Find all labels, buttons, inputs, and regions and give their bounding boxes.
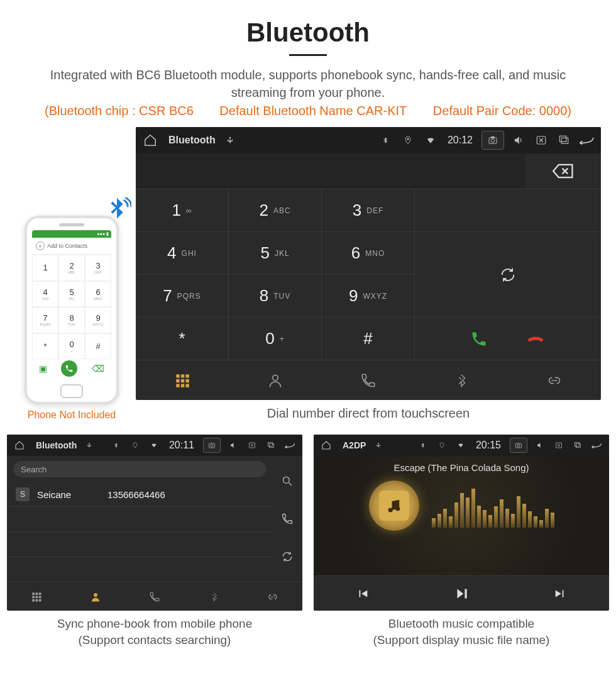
key-3[interactable]: 3DEF xyxy=(322,189,415,231)
svg-rect-13 xyxy=(176,384,179,387)
key-8[interactable]: 8TUV xyxy=(229,274,322,317)
svg-point-22 xyxy=(283,477,289,483)
bluetooth-float-icon xyxy=(102,196,131,225)
phone-key-#: # xyxy=(85,333,111,360)
volume-icon[interactable] xyxy=(227,441,239,449)
screenshot-icon[interactable] xyxy=(481,131,504,150)
tab-keypad[interactable] xyxy=(24,591,49,602)
contact-number: 13566664466 xyxy=(107,489,165,500)
close-app-icon[interactable] xyxy=(553,441,565,449)
hangup-button[interactable] xyxy=(525,330,546,348)
key-6[interactable]: 6MNO xyxy=(322,231,415,274)
wifi-icon xyxy=(454,442,467,448)
phone-key-*: * xyxy=(32,333,58,360)
side-blank xyxy=(415,189,601,231)
number-display xyxy=(136,153,525,189)
bluetooth-status-icon xyxy=(377,135,393,146)
key-1[interactable]: 1∞ xyxy=(136,189,229,231)
dialer-screen: Bluetooth 20:12 xyxy=(136,127,601,400)
svg-rect-28 xyxy=(39,596,41,598)
close-app-icon[interactable] xyxy=(533,135,549,146)
side-search-icon[interactable] xyxy=(281,475,294,487)
music-screen: A2DP 20:15 Escape (The Pina Colada Song) xyxy=(314,435,609,611)
side-sync-icon[interactable] xyxy=(281,550,294,563)
key-9[interactable]: 9WXYZ xyxy=(322,274,415,317)
screenshot-icon[interactable] xyxy=(510,438,527,453)
dialer-statusbar: Bluetooth 20:12 xyxy=(136,127,601,153)
recent-apps-icon[interactable] xyxy=(556,135,572,146)
key-*[interactable]: * xyxy=(136,317,229,360)
usb-icon xyxy=(372,441,385,450)
recent-apps-icon[interactable] xyxy=(265,441,277,449)
key-7[interactable]: 7PQRS xyxy=(136,274,229,317)
contacts-screen: Bluetooth 20:11 Search xyxy=(7,435,302,611)
usb-icon xyxy=(222,135,238,146)
page-title: Bluetooth xyxy=(0,18,616,48)
home-icon[interactable] xyxy=(13,440,26,450)
tab-contacts[interactable] xyxy=(256,372,294,389)
search-input[interactable]: Search xyxy=(13,461,266,477)
contact-initial: S xyxy=(16,487,30,501)
tab-history[interactable] xyxy=(142,591,167,602)
phone-key-3: 3DEF xyxy=(85,255,111,281)
track-title: Escape (The Pina Colada Song) xyxy=(314,456,609,473)
album-art xyxy=(369,480,419,531)
bluetooth-specs: (Bluetooth chip : CSR BC6 Default Blueto… xyxy=(0,104,616,118)
phone-key-8: 8TUV xyxy=(58,307,85,333)
svg-rect-11 xyxy=(181,379,184,382)
svg-point-16 xyxy=(273,375,278,380)
svg-point-2 xyxy=(491,139,494,142)
wifi-icon xyxy=(148,442,160,448)
key-0[interactable]: 0+ xyxy=(229,317,322,360)
contacts-caption: Sync phone-book from mobile phone (Suppo… xyxy=(7,616,302,648)
contacts-statusbar: Bluetooth 20:11 xyxy=(7,435,302,456)
sync-button[interactable] xyxy=(415,231,601,317)
dialer-tabbar xyxy=(136,360,601,400)
tab-pair[interactable] xyxy=(260,591,285,602)
back-icon[interactable] xyxy=(590,442,603,448)
tab-keypad[interactable] xyxy=(163,372,201,389)
home-icon[interactable] xyxy=(320,440,333,450)
tab-contacts[interactable] xyxy=(83,591,108,602)
key-#[interactable]: # xyxy=(322,317,415,360)
tab-bluetooth[interactable] xyxy=(201,591,226,602)
home-icon[interactable] xyxy=(142,133,158,147)
phone-key-0: 0+ xyxy=(58,333,85,360)
key-4[interactable]: 4GHI xyxy=(136,231,229,274)
svg-point-32 xyxy=(94,593,97,597)
screenshot-icon[interactable] xyxy=(203,438,221,453)
svg-rect-21 xyxy=(268,443,273,447)
side-call-icon[interactable] xyxy=(281,513,294,525)
contacts-time: 20:11 xyxy=(169,440,194,451)
location-icon xyxy=(129,441,141,450)
tab-pair[interactable] xyxy=(536,372,573,389)
key-2[interactable]: 2ABC xyxy=(229,189,322,231)
dialer-time: 20:12 xyxy=(448,135,473,146)
back-icon[interactable] xyxy=(283,442,296,448)
tab-history[interactable] xyxy=(349,372,387,389)
svg-rect-25 xyxy=(39,592,41,595)
volume-icon[interactable] xyxy=(510,135,527,146)
contact-row[interactable]: S Seicane 13566664466 xyxy=(7,482,272,507)
play-pause-button[interactable] xyxy=(453,586,470,602)
next-button[interactable] xyxy=(553,587,567,601)
prev-button[interactable] xyxy=(356,587,370,601)
phone-backspace-icon: ⌫ xyxy=(92,364,104,374)
svg-point-38 xyxy=(388,508,392,513)
title-underline xyxy=(289,54,327,56)
tab-bluetooth[interactable] xyxy=(443,372,480,389)
music-controls xyxy=(314,575,609,611)
svg-rect-27 xyxy=(36,596,38,598)
backspace-button[interactable] xyxy=(525,153,601,189)
svg-rect-33 xyxy=(516,443,522,448)
phone-add-contact: + Add to Contacts xyxy=(32,238,111,255)
recent-apps-icon[interactable] xyxy=(571,441,584,449)
call-button[interactable] xyxy=(470,330,488,348)
back-icon[interactable] xyxy=(578,135,595,145)
music-time: 20:15 xyxy=(476,440,501,451)
equalizer xyxy=(432,484,554,528)
key-5[interactable]: 5JKL xyxy=(229,231,322,274)
svg-point-18 xyxy=(211,445,213,447)
close-app-icon[interactable] xyxy=(246,441,258,449)
volume-icon[interactable] xyxy=(534,441,546,449)
